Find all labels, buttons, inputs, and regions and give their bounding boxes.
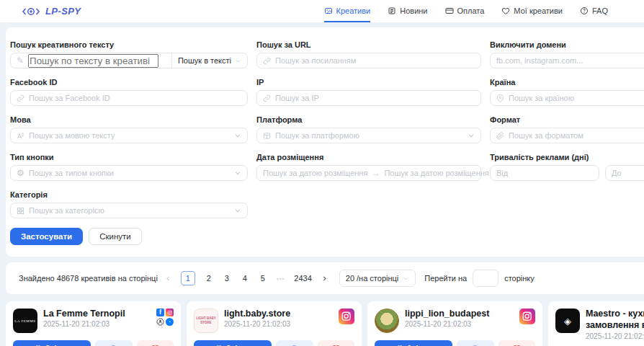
field-creative-text: Пошук креативного тексту ✎ Пошук в текст… <box>10 40 248 68</box>
duration-button[interactable]: 3 days <box>194 340 272 346</box>
pages-ellipsis[interactable]: ••• <box>277 275 285 282</box>
format-input[interactable] <box>509 131 644 140</box>
date-range-picker[interactable]: Пошук за датою розміщення → Пошук за дат… <box>256 165 481 181</box>
views-button[interactable] <box>95 340 132 346</box>
eye-icon <box>470 344 480 346</box>
page-size-select[interactable]: 20 /на сторінці <box>339 270 416 287</box>
eye-logo-icon <box>22 6 40 17</box>
heart-icon <box>151 344 160 346</box>
chevron-down-icon <box>234 207 241 214</box>
duration-button[interactable]: 3 days <box>13 340 91 346</box>
language-input[interactable] <box>29 131 230 140</box>
platform-icons <box>519 309 535 324</box>
platform-icon <box>263 132 271 140</box>
nav-tab-my-creatives[interactable]: Мої креативи <box>501 0 563 22</box>
field-facebook-id: Facebook ID <box>10 78 248 106</box>
nav-tab-payment[interactable]: Оплата <box>445 0 485 22</box>
pencil-icon: ✎ <box>17 56 24 65</box>
nav-tab-news[interactable]: Новини <box>388 0 427 22</box>
url-input[interactable] <box>275 56 475 65</box>
favorite-button[interactable] <box>318 340 354 346</box>
credit-card-icon <box>445 6 454 15</box>
chevron-down-icon <box>468 132 475 139</box>
link-icon <box>263 57 271 65</box>
category-grid-icon <box>17 207 24 215</box>
chevron-down-icon <box>234 169 241 177</box>
next-page-button[interactable] <box>321 275 328 282</box>
card-date: 2025-11-20 21:02:03 <box>43 320 151 328</box>
avatar: LA FEMME <box>13 309 37 333</box>
field-button-type: Тип кнопки ⚙ <box>10 153 248 181</box>
platform-input[interactable] <box>275 131 463 140</box>
chevron-down-icon <box>235 58 241 64</box>
favorite-button[interactable] <box>137 340 174 346</box>
card-title: light.baby.store <box>224 309 333 319</box>
brand-logo[interactable]: LP-SPY <box>22 0 81 22</box>
news-icon <box>388 6 396 15</box>
nav-tab-creatives[interactable]: Креативи <box>324 0 371 22</box>
question-circle-icon <box>580 6 589 15</box>
apply-button[interactable]: Застосувати <box>10 228 83 245</box>
page-3[interactable]: 3 <box>223 274 231 283</box>
page-2[interactable]: 2 <box>205 274 213 283</box>
page-last[interactable]: 2434 <box>294 274 311 283</box>
filters-panel: Пошук креативного тексту ✎ Пошук в текст… <box>6 27 644 257</box>
prev-page-button[interactable] <box>165 275 171 282</box>
card-date: 2025-11-20 21:02:03 <box>586 332 644 340</box>
button-type-input[interactable] <box>29 169 230 177</box>
favorite-button[interactable] <box>498 340 535 346</box>
creative-card[interactable]: LIGHT BABY STORE light.baby.store 2025-1… <box>187 301 362 346</box>
reset-button[interactable]: Скинути <box>89 228 142 245</box>
platform-icons <box>339 309 354 324</box>
page-5[interactable]: 5 <box>259 274 267 283</box>
heart-icon <box>512 344 522 346</box>
creative-card[interactable]: lippi_lion_budapest 2025-11-20 21:02:03 … <box>367 301 542 346</box>
language-select[interactable] <box>10 128 248 143</box>
ip-input[interactable] <box>275 94 475 102</box>
eye-icon <box>109 344 118 346</box>
platform-icons: f <box>156 309 174 326</box>
avatar <box>375 309 399 333</box>
top-header: LP-SPY Креативи Новини Оплата Мої креати… <box>0 0 644 22</box>
platform-select[interactable] <box>256 128 481 143</box>
views-button[interactable] <box>457 340 493 346</box>
nav-tab-faq[interactable]: FAQ <box>580 0 608 22</box>
field-platform: Платформа <box>256 115 481 143</box>
page-4[interactable]: 4 <box>241 274 249 283</box>
field-exclude-domains: Виключити домени <box>490 40 644 68</box>
main-nav: Креативи Новини Оплата Мої креативи FAQ <box>324 0 644 22</box>
facebook-icon: f <box>156 309 164 316</box>
heart-icon <box>331 344 341 346</box>
card-title: Maestro - кухні, меблі на замовлення в У… <box>586 309 644 331</box>
country-input[interactable] <box>509 94 644 102</box>
exclude-domains-input[interactable] <box>496 56 644 65</box>
creatives-grid: LA FEMME La Femme Ternopil 2025-11-20 21… <box>6 301 644 346</box>
page-1[interactable]: 1 <box>181 271 195 285</box>
pagination: 1 2 3 4 5 ••• 2434 <box>165 271 328 285</box>
translate-icon <box>17 132 24 140</box>
heart-icon <box>501 6 510 15</box>
goto-suffix: сторінку <box>504 274 535 283</box>
duration-to-input[interactable] <box>612 169 644 177</box>
duration-from-input[interactable] <box>496 169 593 177</box>
duration-button[interactable]: 0 days <box>375 340 452 346</box>
field-format: Формат <box>490 115 644 143</box>
brand-name: LP-SPY <box>45 6 81 17</box>
results-summary: Знайдено 48678 креативів на сторінці <box>19 274 158 283</box>
field-placement-date: Дата розміщення Пошук за датою розміщенн… <box>256 153 481 181</box>
facebook-id-input[interactable] <box>29 94 241 102</box>
goto-page-input[interactable] <box>473 270 498 287</box>
category-select[interactable] <box>10 203 248 218</box>
creative-text-input[interactable] <box>28 54 158 68</box>
instagram-icon <box>339 309 354 324</box>
text-search-mode-select[interactable]: Пошук в тексті <box>171 53 247 68</box>
creative-card[interactable]: ◈ Maestro - кухні, меблі на замовлення в… <box>548 301 644 346</box>
button-type-select[interactable]: ⚙ <box>10 165 248 181</box>
creative-card[interactable]: LA FEMME La Femme Ternopil 2025-11-20 21… <box>6 301 181 346</box>
card-date: 2025-11-20 21:02:03 <box>405 320 514 328</box>
field-country: Країна <box>490 78 644 106</box>
views-button[interactable] <box>276 340 313 346</box>
instagram-icon <box>519 309 535 324</box>
map-pin-icon <box>496 94 504 102</box>
category-input[interactable] <box>29 206 230 215</box>
